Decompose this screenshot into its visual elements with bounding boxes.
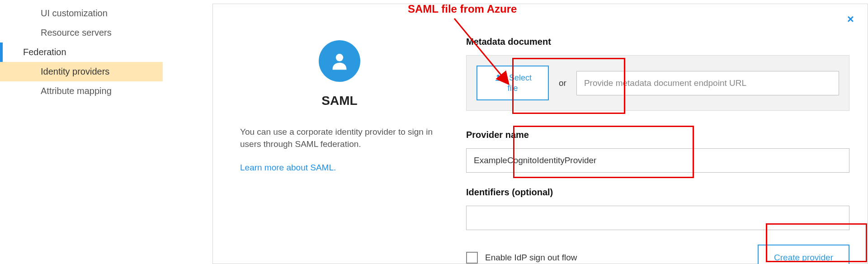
metadata-section: Metadata document Select file	[466, 37, 849, 111]
metadata-url-input[interactable]	[576, 71, 839, 95]
sidebar-item-resource-servers[interactable]: Resource servers	[0, 23, 163, 42]
upload-icon	[494, 73, 503, 82]
close-icon[interactable]: ×	[847, 13, 854, 25]
bottom-row: Enable IdP sign out flow Create provider	[466, 245, 849, 264]
main-area: × SAML You can use a corporate identity …	[163, 0, 868, 264]
enable-signout-checkbox[interactable]	[466, 252, 478, 264]
or-text: or	[559, 78, 566, 88]
provider-name-label: Provider name	[466, 130, 849, 140]
create-provider-button[interactable]: Create provider	[758, 245, 849, 264]
select-file-text-top: Select	[509, 73, 532, 83]
saml-config-panel: × SAML You can use a corporate identity …	[212, 4, 868, 264]
provider-name-section: Provider name	[466, 130, 849, 173]
annotation-callout-text: SAML file from Azure	[408, 3, 517, 15]
user-icon	[319, 40, 360, 82]
learn-more-link[interactable]: Learn more about SAML.	[240, 163, 439, 173]
metadata-box: Select file or	[466, 55, 849, 111]
sidebar-item-identity-providers[interactable]: Identity providers	[0, 62, 163, 81]
svg-point-0	[336, 54, 343, 61]
metadata-label: Metadata document	[466, 37, 849, 47]
sidebar: UI customization Resource servers Federa…	[0, 0, 163, 264]
saml-info-column: SAML You can use a corporate identity pr…	[213, 4, 466, 264]
saml-form-column: Metadata document Select file	[466, 4, 868, 264]
select-file-button[interactable]: Select file	[476, 66, 549, 100]
provider-name-input[interactable]	[466, 148, 849, 173]
sidebar-item-attribute-mapping[interactable]: Attribute mapping	[0, 81, 163, 101]
select-file-text-bottom: file	[508, 83, 518, 94]
identifiers-section: Identifiers (optional)	[466, 187, 849, 230]
sidebar-item-federation[interactable]: Federation	[0, 42, 163, 62]
saml-description: You can use a corporate identity provide…	[240, 126, 439, 150]
identifiers-label: Identifiers (optional)	[466, 187, 849, 198]
saml-title: SAML	[240, 94, 439, 108]
enable-signout-label: Enable IdP sign out flow	[485, 253, 577, 263]
sidebar-item-ui-customization[interactable]: UI customization	[0, 4, 163, 23]
identifiers-input[interactable]	[466, 206, 849, 230]
